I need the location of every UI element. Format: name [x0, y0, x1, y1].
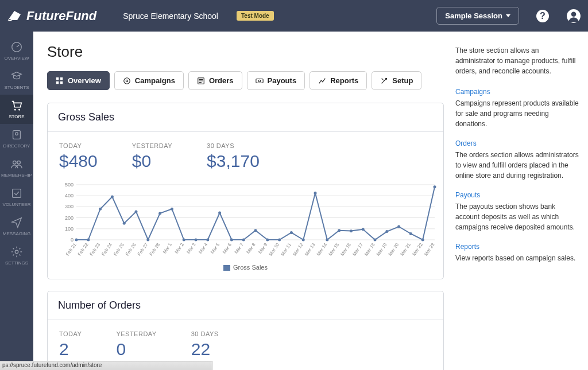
help-icon[interactable]: ?	[535, 9, 550, 24]
svg-point-57	[350, 229, 353, 232]
session-dropdown[interactable]: Sample Session	[436, 7, 519, 25]
svg-text:Feb 21: Feb 21	[65, 242, 78, 257]
svg-text:Mar 8: Mar 8	[246, 242, 257, 255]
svg-text:Mar 4: Mar 4	[198, 242, 208, 255]
tab-label: Payouts	[268, 76, 297, 85]
svg-point-45	[206, 239, 209, 242]
svg-point-63	[421, 239, 424, 242]
stat-yesterday: YESTERDAY0	[116, 330, 156, 359]
tab-label: Overview	[68, 76, 101, 85]
svg-text:Feb 28: Feb 28	[149, 242, 161, 257]
right-link-campaigns[interactable]: Campaigns	[455, 87, 490, 97]
right-sidebar: The store section allows an administrato…	[455, 43, 579, 370]
svg-point-48	[242, 239, 245, 242]
svg-text:500: 500	[65, 182, 74, 188]
tab-setup[interactable]: Setup	[372, 71, 421, 90]
svg-point-64	[434, 185, 436, 188]
svg-point-12	[15, 250, 18, 254]
svg-text:Mar 10: Mar 10	[268, 242, 281, 257]
svg-point-40	[146, 239, 149, 242]
sidebar-item-store[interactable]: STORE	[0, 95, 33, 124]
svg-point-17	[124, 77, 130, 84]
sidebar-item-membership[interactable]: MEMBERSHIP	[0, 153, 33, 182]
sidebar-item-messaging[interactable]: MESSAGING	[0, 212, 33, 241]
stat-label: TODAY	[59, 142, 98, 149]
svg-text:Feb 22: Feb 22	[77, 242, 90, 257]
stat-30days: 30 DAYS$3,170	[207, 142, 260, 171]
right-intro: The store section allows an administrato…	[455, 45, 579, 76]
svg-point-47	[230, 239, 233, 242]
svg-point-49	[254, 229, 257, 232]
status-bar: ps://spruce.futurefund.com/admin/store	[0, 361, 212, 370]
svg-text:Mar 14: Mar 14	[316, 242, 328, 257]
school-name: Spruce Elementary School	[123, 11, 218, 21]
svg-text:300: 300	[65, 204, 74, 209]
svg-text:Mar 23: Mar 23	[423, 242, 436, 257]
svg-text:Mar 17: Mar 17	[351, 242, 364, 257]
right-link-reports[interactable]: Reports	[455, 242, 479, 252]
svg-point-21	[258, 80, 261, 82]
sidebar-item-volunteer[interactable]: VOLUNTEER	[0, 182, 33, 212]
page-title: Store	[47, 43, 444, 61]
svg-point-53	[302, 239, 305, 242]
gross-sales-card: Gross Sales TODAY$480 YESTERDAY$0 30 DAY…	[47, 103, 444, 279]
svg-text:Mar 12: Mar 12	[292, 242, 304, 257]
tab-campaigns[interactable]: Campaigns	[114, 71, 184, 90]
svg-text:0: 0	[71, 237, 74, 243]
right-link-payouts[interactable]: Payouts	[455, 190, 480, 200]
stat-today: TODAY$480	[59, 142, 98, 171]
sidebar-item-settings[interactable]: SETTINGS	[0, 241, 33, 270]
svg-text:Mar 1: Mar 1	[162, 242, 173, 255]
sidebar-label: DIRECTORY	[3, 143, 30, 149]
sidebar-item-students[interactable]: STUDENTS	[0, 65, 33, 95]
svg-point-18	[126, 80, 128, 82]
tab-reports[interactable]: Reports	[310, 71, 367, 90]
svg-text:100: 100	[65, 226, 74, 232]
svg-point-36	[99, 208, 102, 211]
svg-point-58	[362, 228, 365, 231]
svg-rect-15	[56, 81, 59, 83]
svg-point-41	[158, 212, 161, 215]
tab-overview[interactable]: Overview	[47, 71, 110, 90]
svg-text:Mar 5: Mar 5	[210, 242, 220, 255]
svg-rect-14	[60, 77, 63, 79]
stat-value: 0	[116, 340, 156, 359]
stat-value: 22	[191, 340, 219, 359]
chevron-down-icon	[506, 14, 510, 17]
svg-point-9	[13, 161, 16, 165]
svg-text:Mar 3: Mar 3	[186, 242, 197, 255]
stat-label: YESTERDAY	[116, 330, 156, 337]
stat-yesterday: YESTERDAY$0	[132, 142, 172, 171]
tab-label: Orders	[209, 76, 234, 85]
tab-orders[interactable]: Orders	[188, 71, 242, 90]
svg-point-62	[409, 232, 412, 235]
right-link-orders[interactable]: Orders	[455, 138, 477, 149]
svg-point-52	[290, 231, 293, 234]
logo-icon	[7, 10, 22, 22]
stat-value: 2	[59, 340, 82, 359]
svg-text:Mar 11: Mar 11	[280, 242, 292, 257]
stat-30days: 30 DAYS22	[191, 330, 219, 359]
svg-point-44	[195, 239, 198, 242]
tab-label: Campaigns	[135, 76, 175, 85]
svg-point-35	[87, 239, 90, 242]
sidebar-item-overview[interactable]: OVERVIEW	[0, 36, 33, 65]
svg-point-39	[135, 211, 138, 213]
svg-text:Mar 21: Mar 21	[399, 242, 412, 257]
tab-payouts[interactable]: Payouts	[247, 71, 305, 90]
stat-value: $0	[132, 151, 172, 171]
sidebar-item-directory[interactable]: DIRECTORY	[0, 124, 33, 153]
svg-text:200: 200	[65, 215, 74, 221]
stat-label: 30 DAYS	[191, 330, 219, 337]
user-avatar-icon[interactable]	[566, 9, 581, 24]
svg-point-56	[338, 229, 341, 232]
svg-point-10	[17, 161, 20, 165]
test-mode-badge: Test Mode	[237, 11, 274, 21]
brand-logo[interactable]: FutureFund	[7, 9, 96, 24]
svg-point-50	[266, 239, 269, 242]
svg-point-34	[75, 239, 78, 242]
svg-text:400: 400	[65, 193, 74, 198]
card-title: Gross Sales	[48, 103, 443, 132]
tab-label: Reports	[330, 76, 358, 85]
brand-text: FutureFund	[26, 9, 96, 24]
